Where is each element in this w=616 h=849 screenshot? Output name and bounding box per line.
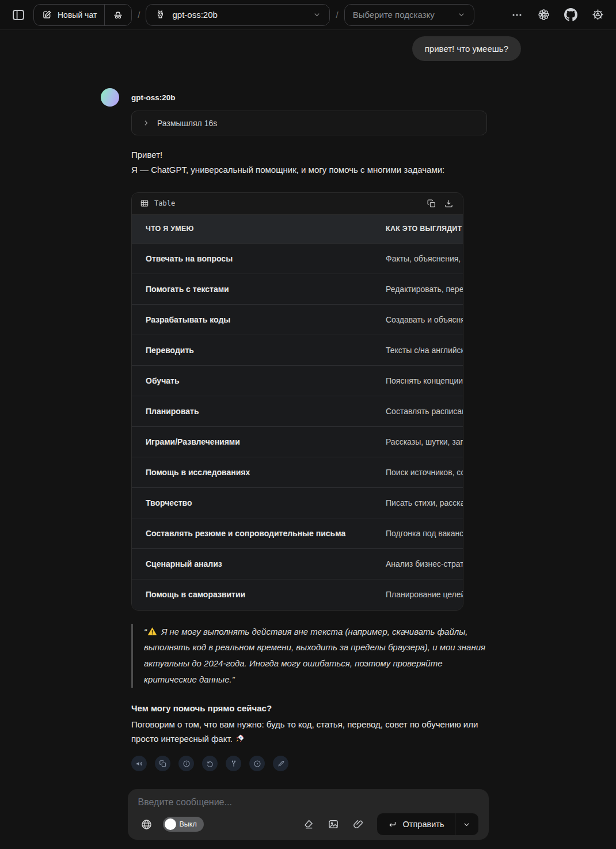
user-message: привет! что умеешь? bbox=[412, 36, 521, 61]
toggle-label: Выкл bbox=[180, 820, 197, 828]
github-button[interactable] bbox=[562, 6, 580, 24]
table-download-button[interactable] bbox=[443, 198, 455, 210]
new-chat-label: Новый чат bbox=[58, 10, 97, 20]
description-cell: Рассказы, шутки, загадк bbox=[372, 427, 463, 457]
capability-cell: Помощь в исследованиях bbox=[132, 457, 372, 488]
table-row: Помогать с текстамиРедактировать, перефо bbox=[132, 274, 463, 305]
eraser-icon bbox=[303, 818, 314, 830]
regenerate-icon bbox=[206, 760, 214, 768]
capability-cell: Творчество bbox=[132, 488, 372, 518]
top-bar: Новый чат / gpt-oss:20b / Выберите подск… bbox=[0, 0, 616, 30]
capabilities-table: ЧТО Я УМЕЮ КАК ЭТО ВЫГЛЯДИТ Отвечать на … bbox=[132, 215, 463, 610]
description-cell: Поиск источников, соста bbox=[372, 457, 463, 488]
capability-cell: Помогать с текстами bbox=[132, 274, 372, 305]
chevron-down-icon bbox=[313, 10, 321, 19]
chevron-down-icon bbox=[462, 820, 471, 829]
more-button[interactable] bbox=[508, 6, 526, 24]
send-options-button[interactable] bbox=[455, 813, 478, 835]
table-row: Отвечать на вопросыФакты, объяснения, сп… bbox=[132, 244, 463, 274]
description-cell: Пояснять концепции из bbox=[372, 366, 463, 396]
thinking-collapse[interactable]: Размышлял 16s bbox=[131, 111, 487, 135]
send-label: Отправить bbox=[403, 820, 444, 829]
chat-area: привет! что умеешь? gpt-oss:20b Размышля… bbox=[0, 30, 616, 789]
send-button[interactable]: Отправить bbox=[377, 813, 455, 835]
settings-button[interactable] bbox=[589, 6, 607, 24]
globe-icon bbox=[140, 818, 153, 831]
llama-icon bbox=[154, 9, 166, 21]
model-name: gpt-oss:20b bbox=[172, 10, 217, 20]
table-row: Сценарный анализАнализ бизнес-стратеги bbox=[132, 549, 463, 579]
image-button[interactable] bbox=[325, 816, 341, 832]
table-icon bbox=[140, 199, 149, 208]
description-cell: Анализ бизнес-стратеги bbox=[372, 549, 463, 579]
table-row: ОбучатьПояснять концепции из bbox=[132, 366, 463, 396]
avatar bbox=[101, 88, 119, 107]
page-bottom-gap bbox=[0, 844, 616, 849]
copy-icon bbox=[159, 760, 167, 768]
send-split-button: Отправить bbox=[377, 813, 478, 835]
disclaimer-quote: “ Я не могу выполнять действия вне текст… bbox=[131, 624, 487, 688]
table-row: Помощь в исследованияхПоиск источников, … bbox=[132, 457, 463, 488]
settings-gear-icon bbox=[591, 8, 604, 21]
toggle-knob bbox=[165, 818, 176, 830]
edit-icon bbox=[277, 760, 285, 768]
description-cell: Подгонка под вакансии bbox=[372, 518, 463, 549]
description-cell: Составлять расписания bbox=[372, 396, 463, 427]
attachment-button[interactable] bbox=[350, 816, 366, 832]
quote-close: ” bbox=[232, 674, 235, 684]
breadcrumb-separator: / bbox=[336, 10, 338, 20]
message-composer: Выкл bbox=[128, 789, 489, 840]
new-chat-button[interactable]: Новый чат bbox=[34, 5, 104, 25]
read-aloud-icon bbox=[135, 760, 143, 768]
capability-cell: Разрабатывать коды bbox=[132, 305, 372, 335]
capability-cell: Помощь в саморазвитии bbox=[132, 579, 372, 610]
intro-line: Я — ChatGPT, универсальный помощник, и м… bbox=[131, 162, 487, 177]
eraser-button[interactable] bbox=[301, 816, 317, 832]
copy-icon bbox=[427, 199, 436, 209]
info-button[interactable] bbox=[178, 756, 194, 771]
table-row: Помощь в саморазвитииПланирование целей,… bbox=[132, 579, 463, 610]
closing-heading: Чем могу помочь прямо сейчас? bbox=[131, 703, 487, 713]
description-cell: Тексты с/на английский bbox=[372, 335, 463, 366]
branch-icon bbox=[230, 760, 238, 768]
more-icon bbox=[511, 9, 523, 21]
description-cell: Планирование целей, т bbox=[372, 579, 463, 610]
table-toolbar-label: Table bbox=[154, 199, 175, 207]
table-row: ПереводитьТексты с/на английский bbox=[132, 335, 463, 366]
web-search-toggle[interactable]: Выкл bbox=[163, 817, 204, 832]
capabilities-table-card: Table bbox=[131, 192, 463, 611]
table-header-cell: КАК ЭТО ВЫГЛЯДИТ bbox=[372, 215, 463, 244]
regenerate-button[interactable] bbox=[202, 756, 218, 771]
thinking-label: Размышлял 16s bbox=[157, 119, 217, 128]
incognito-button[interactable] bbox=[105, 5, 131, 25]
controls-flower-icon bbox=[537, 8, 550, 21]
message-input[interactable] bbox=[138, 797, 478, 809]
web-search-globe-button[interactable] bbox=[138, 816, 155, 833]
prompt-selector[interactable]: Выберите подсказку bbox=[344, 4, 474, 26]
table-header-cell: ЧТО Я УМЕЮ bbox=[132, 215, 372, 244]
warning-icon bbox=[147, 627, 157, 636]
description-cell: Редактировать, перефо bbox=[372, 274, 463, 305]
read-aloud-button[interactable] bbox=[131, 756, 147, 771]
continue-button[interactable] bbox=[249, 756, 265, 771]
prompt-placeholder: Выберите подсказку bbox=[353, 10, 435, 20]
message-actions bbox=[131, 756, 487, 771]
copy-button[interactable] bbox=[155, 756, 170, 771]
compose-icon bbox=[41, 9, 52, 20]
incognito-icon bbox=[112, 9, 124, 21]
table-row: Составлять резюме и сопроводительные пис… bbox=[132, 518, 463, 549]
table-copy-button[interactable] bbox=[425, 198, 438, 210]
github-icon bbox=[564, 8, 577, 21]
capability-cell: Переводить bbox=[132, 335, 372, 366]
branch-button[interactable] bbox=[226, 756, 241, 771]
model-selector[interactable]: gpt-oss:20b bbox=[146, 4, 330, 26]
table-row: Играми/РазвлечениямиРассказы, шутки, заг… bbox=[132, 427, 463, 457]
return-icon bbox=[387, 820, 397, 829]
rocket-icon bbox=[235, 734, 245, 744]
controls-button[interactable] bbox=[535, 6, 553, 24]
edit-button[interactable] bbox=[273, 756, 288, 771]
chevron-right-icon bbox=[142, 119, 150, 127]
sidebar-toggle-button[interactable] bbox=[9, 6, 28, 24]
capability-cell: Играми/Развлечениями bbox=[132, 427, 372, 457]
quote-open: “ bbox=[144, 627, 147, 636]
